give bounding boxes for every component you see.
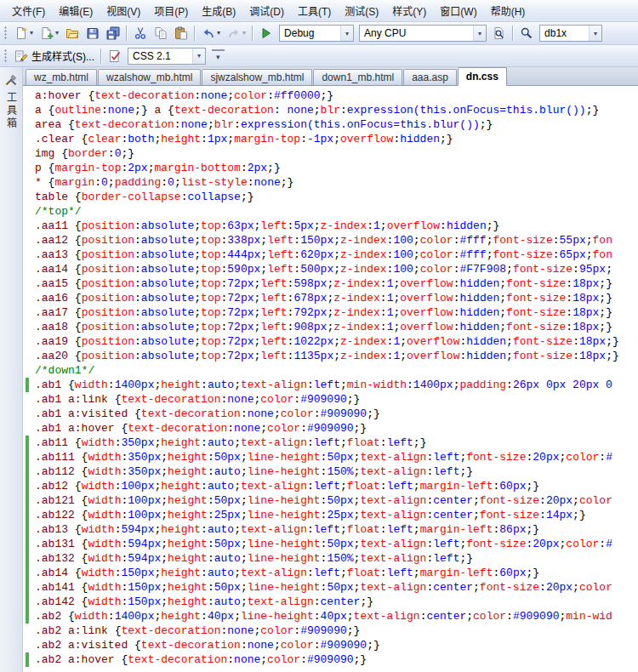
find-in-files-button[interactable] <box>489 24 510 43</box>
code-line[interactable]: a {outline:none;} a {text-decoration: no… <box>23 103 638 117</box>
toolbar-separator <box>194 26 196 41</box>
new-item-button[interactable]: ▾ <box>11 24 37 43</box>
redo-button: ▾ <box>224 24 249 43</box>
save-button[interactable] <box>83 24 103 43</box>
toolbar-grip[interactable] <box>4 26 8 40</box>
code-line[interactable]: .aa14 {position:absolute;top:590px;left:… <box>23 262 638 276</box>
add-item-button[interactable]: ▾ <box>37 24 62 43</box>
code-line[interactable]: /*down1*/ <box>23 363 638 378</box>
code-line[interactable]: .ab2 a:hover {text-decoration:none;color… <box>23 652 638 667</box>
find-combo-value: db1x <box>540 27 589 39</box>
combo-dropdown-icon[interactable]: ▾ <box>192 48 205 64</box>
code-line[interactable]: .ab121 {width:100px;height:50px;line-hei… <box>23 493 638 508</box>
paste-button[interactable] <box>171 24 191 43</box>
menu-item-test[interactable]: 测试(S) <box>338 0 385 21</box>
tab-wz_mb.html[interactable]: wz_mb.html <box>26 69 97 85</box>
code-line[interactable]: .ab1 a:link {text-decoration:none;color:… <box>23 392 638 407</box>
code-line[interactable]: .ab11 {width:350px;height:auto;text-alig… <box>23 436 638 450</box>
code-text: .ab142 {width:150px;height:auto;text-ali… <box>23 595 638 609</box>
code-line[interactable]: table {border-collapse:collapse;} <box>23 190 638 204</box>
cut-button[interactable] <box>130 24 151 43</box>
tab-aaa.asp[interactable]: aaa.asp <box>403 69 457 85</box>
code-line[interactable]: .aa12 {position:absolute;top:338px;left:… <box>23 233 638 248</box>
code-line[interactable]: .aa11 {position:absolute;top:63px;left:5… <box>23 219 638 233</box>
code-line[interactable]: img {border:0;} <box>23 146 638 161</box>
code-text: .aa18 {position:absolute;top:72px;left:9… <box>23 320 638 334</box>
code-line[interactable]: .clear {clear:both;height:1px;margin-top… <box>23 132 638 146</box>
code-line[interactable]: .ab141 {width:150px;height:50px;line-hei… <box>23 580 638 595</box>
find-in-files-icon <box>493 26 506 40</box>
menu-item-view[interactable]: 视图(V) <box>100 0 147 21</box>
combo-dropdown-icon[interactable]: ▾ <box>340 26 353 41</box>
open-folder-button[interactable] <box>62 24 83 43</box>
toolbar-overflow-button[interactable]: ▾ <box>212 49 225 63</box>
menu-item-debug[interactable]: 调试(D) <box>242 0 291 21</box>
code-line[interactable]: .aa16 {position:absolute;top:72px;left:6… <box>23 291 638 305</box>
code-line[interactable]: * {margin:0;padding:0;list-style:none;} <box>23 175 638 190</box>
code-line[interactable]: .aa13 {position:absolute;top:444px;left:… <box>23 248 638 262</box>
code-text: .ab122 {width:100px;height:25px;line-hei… <box>23 508 638 522</box>
code-text: .ab2 {width:1400px;height:40px;line-heig… <box>23 609 638 624</box>
code-line[interactable]: .ab111 {width:350px;height:50px;line-hei… <box>23 450 638 464</box>
menu-item-build[interactable]: 生成(B) <box>195 0 242 21</box>
code-line[interactable]: .ab1 a:visited {text-decoration:none;col… <box>23 407 638 421</box>
vs-window: 文件(F)编辑(E)视图(V)项目(P)生成(B)调试(D)工具(T)测试(S)… <box>0 0 638 672</box>
code-line[interactable]: .ab2 a:link {text-decoration:none;color:… <box>23 624 638 638</box>
code-line[interactable]: .aa20 {position:absolute;top:72px;left:1… <box>23 349 638 363</box>
start-debug-button[interactable] <box>256 24 276 43</box>
solution-configuration-combo[interactable]: Debug▾ <box>279 25 354 42</box>
css-schema-combo[interactable]: CSS 2.1 ▾ <box>128 48 206 65</box>
code-line[interactable]: p {margin-top:2px;margin-bottom:2px;} <box>23 161 638 175</box>
code-text: .aa14 {position:absolute;top:590px;left:… <box>23 262 638 276</box>
menu-item-tools[interactable]: 工具(T) <box>291 0 338 21</box>
code-line[interactable]: .aa18 {position:absolute;top:72px;left:9… <box>23 320 638 334</box>
code-text: .aa15 {position:absolute;top:72px;left:5… <box>23 276 638 291</box>
menu-item-window[interactable]: 窗口(W) <box>433 0 483 21</box>
menu-item-project[interactable]: 项目(P) <box>147 0 195 21</box>
code-line[interactable]: .ab1 a:hover {text-decoration:none;color… <box>23 421 638 436</box>
code-line[interactable]: .ab2 a:visited {text-decoration:none;col… <box>23 638 638 652</box>
menu-item-file[interactable]: 文件(F) <box>5 0 52 21</box>
menu-item-style[interactable]: 样式(Y) <box>385 0 433 21</box>
code-line[interactable]: .ab131 {width:594px;height:50px;line-hei… <box>23 537 638 551</box>
copy-button[interactable] <box>151 24 171 43</box>
undo-button[interactable]: ▾ <box>198 24 224 43</box>
tab-wzalshow_mb.html[interactable]: wzalshow_mb.html <box>98 69 201 85</box>
build-style-button[interactable]: 生成样式(S)... <box>11 47 98 65</box>
code-line[interactable]: .ab142 {width:150px;height:auto;text-ali… <box>23 595 638 609</box>
code-line[interactable]: .ab14 {width:150px;height:auto;text-alig… <box>23 566 638 580</box>
tab-down1_mb.html[interactable]: down1_mb.html <box>313 69 402 85</box>
combo-dropdown-icon[interactable]: ▾ <box>473 26 486 41</box>
menu-item-edit[interactable]: 编辑(E) <box>52 0 100 21</box>
menu-item-help[interactable]: 帮助(H) <box>484 0 533 21</box>
code-line[interactable]: a:hover {text-decoration:none;color:#ff0… <box>23 88 638 103</box>
copy-icon <box>154 26 168 40</box>
solution-platform-combo[interactable]: Any CPU▾ <box>359 25 487 42</box>
code-line[interactable]: .ab2 {width:1400px;height:40px;line-heig… <box>23 609 638 624</box>
code-line[interactable]: .ab1 {width:1400px;height:auto;text-alig… <box>23 378 638 392</box>
check-style-button[interactable] <box>105 47 125 65</box>
editor[interactable]: a:hover {text-decoration:none;color:#ff0… <box>23 86 638 672</box>
code-line[interactable]: .ab112 {width:350px;height:auto;line-hei… <box>23 464 638 479</box>
code-line[interactable]: .aa17 {position:absolute;top:72px;left:7… <box>23 305 638 320</box>
code-line[interactable]: .aa15 {position:absolute;top:72px;left:5… <box>23 276 638 291</box>
save-all-button[interactable] <box>103 24 123 43</box>
code-line[interactable]: /*top*/ <box>23 204 638 219</box>
code-line[interactable]: .aa19 {position:absolute;top:72px;left:1… <box>23 334 638 349</box>
toolbox-tab[interactable]: 工具箱 <box>4 71 19 133</box>
toolbar-grip[interactable] <box>4 49 8 63</box>
code-text: .ab1 a:hover {text-decoration:none;color… <box>23 421 638 436</box>
combo-dropdown-icon[interactable]: ▾ <box>589 26 601 41</box>
find-combo[interactable]: db1x▾ <box>539 25 602 42</box>
code-line[interactable]: area {text-decoration:none;blr:expressio… <box>23 117 638 132</box>
code-line[interactable]: .ab13 {width:594px;height:auto;text-alig… <box>23 522 638 537</box>
tab-sjwzalshow_mb.html[interactable]: sjwzalshow_mb.html <box>202 69 312 85</box>
code-line[interactable]: .ab122 {width:100px;height:25px;line-hei… <box>23 508 638 522</box>
dropdown-caret-icon: ▾ <box>217 30 220 37</box>
code-line[interactable]: .ab12 {width:100px;height:auto;text-alig… <box>23 479 638 493</box>
change-indicator <box>26 566 29 580</box>
quick-find-button[interactable] <box>516 24 537 43</box>
code-line[interactable]: .ab132 {width:594px;height:auto;line-hei… <box>23 551 638 566</box>
tab-dn.css[interactable]: dn.css <box>458 67 507 86</box>
code-text: .aa20 {position:absolute;top:72px;left:1… <box>23 349 638 363</box>
